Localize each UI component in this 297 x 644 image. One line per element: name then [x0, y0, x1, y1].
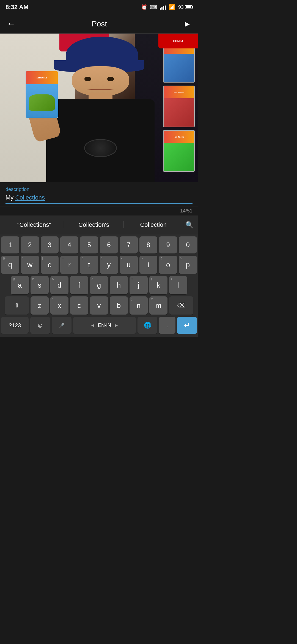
face [72, 66, 129, 96]
status-icons: ⏰ ⌨ 📶 93 [141, 4, 193, 10]
key-e[interactable]: |e [41, 256, 59, 274]
hot-wheels-box: Hot Wheels [25, 71, 58, 118]
key-r[interactable]: =r [60, 256, 78, 274]
key-7[interactable]: 7 [120, 236, 138, 253]
key-f[interactable]: -f [70, 276, 88, 294]
battery-icon [185, 5, 193, 9]
back-button[interactable]: ← [7, 19, 15, 29]
lang-left-arrow: ◄ [90, 323, 95, 328]
zxcv-row: ⇧ z "x c v b ;n ?m ⌫ [1, 296, 197, 315]
nav-bar: ← Post ► [0, 14, 198, 34]
person: BEN 10 Hot Wheels [24, 34, 174, 182]
qwerty-row: %q \w |e =r [t ]y <u >i {o }p [1, 256, 197, 274]
key-o[interactable]: {o [159, 256, 177, 274]
key-s[interactable]: #s [31, 276, 49, 294]
key-i[interactable]: >i [139, 256, 158, 274]
battery-container: 93 [178, 4, 193, 10]
autocomplete-item-3[interactable]: Collection [123, 219, 183, 231]
emoji-key[interactable]: ☺ [30, 317, 50, 334]
mic-key[interactable]: 🎤 [52, 317, 72, 334]
key-g[interactable]: &g [90, 276, 108, 294]
bottom-row: ?123 ☺ 🎤 ◄ EN·IN ► 🌐 . ↵ [1, 317, 197, 334]
key-x[interactable]: "x [50, 296, 68, 315]
key-d[interactable]: $d [50, 276, 68, 294]
key-m[interactable]: ?m [149, 296, 167, 315]
send-button[interactable]: ► [183, 19, 191, 29]
key-p[interactable]: }p [179, 256, 197, 274]
key-b[interactable]: b [110, 296, 128, 315]
key-q[interactable]: %q [1, 256, 19, 274]
hw-car [29, 94, 54, 111]
keyboard: 1 2 3 4 5 6 7 8 9 0 %q \w |e =r [t ]y <u… [0, 234, 198, 337]
backspace-key[interactable]: ⌫ [169, 296, 193, 315]
number-row: 1 2 3 4 5 6 7 8 9 0 [1, 236, 197, 253]
key-a[interactable]: @a [11, 276, 29, 294]
key-j[interactable]: +j [130, 276, 148, 294]
post-image: Hot Wheels Hot Wheels Hot Wheels Coca-Co… [0, 34, 198, 182]
key-y[interactable]: ]y [100, 256, 118, 274]
key-3[interactable]: 3 [41, 236, 59, 253]
period-key[interactable]: . [159, 317, 175, 334]
lang-right-arrow: ► [114, 323, 119, 328]
globe-key[interactable]: 🌐 [138, 317, 157, 334]
enter-key[interactable]: ↵ [177, 317, 197, 334]
key-8[interactable]: 8 [139, 236, 158, 253]
search-icon[interactable]: 🔍 [185, 221, 194, 229]
photo-area: Hot Wheels Hot Wheels Hot Wheels Coca-Co… [0, 34, 198, 182]
shift-key[interactable]: ⇧ [5, 296, 29, 315]
space-key[interactable]: ◄ EN·IN ► [73, 317, 136, 334]
collections-link: Collections [15, 194, 45, 201]
page-title: Post [92, 20, 107, 28]
key-t[interactable]: [t [80, 256, 98, 274]
status-time: 8:32 AM [6, 4, 29, 11]
keyboard-icon: ⌨ [150, 4, 157, 10]
battery-percentage: 93 [178, 4, 184, 10]
key-u[interactable]: <u [120, 256, 138, 274]
num-sym-key[interactable]: ?123 [1, 317, 29, 334]
key-n[interactable]: ;n [130, 296, 148, 315]
key-v[interactable]: v [90, 296, 108, 315]
key-l[interactable]: )l [169, 276, 187, 294]
description-underline [6, 203, 193, 204]
key-2[interactable]: 2 [21, 236, 39, 253]
key-z[interactable]: z [31, 296, 49, 315]
autocomplete-bar: "Collections" Collection's Collection 🔍 [0, 215, 198, 234]
autocomplete-item-1[interactable]: "Collections" [4, 219, 64, 231]
description-text[interactable]: My Collections [6, 194, 193, 201]
key-9[interactable]: 9 [159, 236, 177, 253]
key-k[interactable]: (k [149, 276, 167, 294]
autocomplete-item-2[interactable]: Collection's [64, 219, 124, 231]
description-area: description My Collections [0, 182, 198, 206]
char-count: 14/51 [0, 206, 198, 215]
signal-bars [160, 5, 166, 10]
key-4[interactable]: 4 [60, 236, 78, 253]
description-label: description [6, 187, 193, 192]
status-bar: 8:32 AM ⏰ ⌨ 📶 93 [0, 0, 198, 14]
key-h[interactable]: h [110, 276, 128, 294]
alarm-icon: ⏰ [141, 4, 147, 10]
key-w[interactable]: \w [21, 256, 39, 274]
language-label: EN·IN [98, 323, 111, 328]
asdf-row: @a #s $d -f &g h +j (k )l [1, 276, 197, 294]
wifi-icon: 📶 [169, 4, 175, 10]
key-6[interactable]: 6 [100, 236, 118, 253]
key-c[interactable]: c [70, 296, 88, 315]
key-1[interactable]: 1 [1, 236, 19, 253]
shirt: BEN 10 [46, 99, 155, 182]
key-5[interactable]: 5 [80, 236, 98, 253]
key-0[interactable]: 0 [179, 236, 197, 253]
